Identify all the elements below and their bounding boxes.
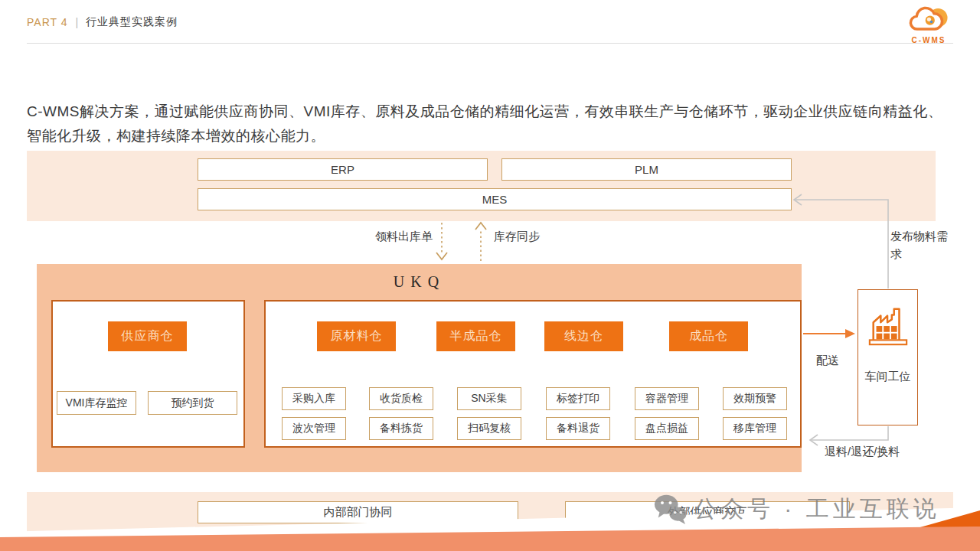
- workstation-label: 车间工位: [865, 370, 911, 384]
- module-wave-mgmt: 波次管理: [282, 417, 346, 440]
- flow-label-sync: 库存同步: [494, 230, 540, 244]
- wechat-icon: [652, 493, 688, 525]
- part-label: PART 4: [27, 16, 67, 28]
- slide-header: PART 4 | 行业典型实践案例: [27, 15, 178, 29]
- module-picking: 备料拣货: [369, 417, 433, 440]
- slide: PART 4 | 行业典型实践案例 C-WMS C-WMS解决方案，通过赋能供应…: [0, 0, 980, 551]
- warehouse-semi: 半成品仓: [436, 321, 515, 351]
- ukq-title: UKQ: [37, 273, 802, 291]
- page-title: 行业典型实践案例: [86, 15, 178, 29]
- module-material-return: 备料退货: [546, 417, 610, 440]
- mes-box: MES: [198, 188, 792, 210]
- header-rule: [27, 43, 953, 44]
- module-stocktake: 盘点损益: [635, 417, 699, 440]
- warehouse-lineside: 线边仓: [544, 321, 623, 351]
- module-sn-capture: SN采集: [457, 387, 521, 410]
- module-vmi-monitor: VMI库存监控: [57, 391, 136, 415]
- module-transfer-mgmt: 移库管理: [723, 417, 787, 440]
- flow-label-returns: 退料/退还/换料: [825, 445, 900, 459]
- logo-text: C-WMS: [902, 36, 956, 44]
- module-scan-check: 扫码复核: [457, 417, 521, 440]
- erp-box: ERP: [198, 158, 488, 181]
- intro-paragraph: C-WMS解决方案，通过赋能供应商协同、VMI库存、原料及成品仓储的精细化运营，…: [27, 99, 955, 149]
- module-expiry-alert: 效期预警: [723, 387, 787, 410]
- header-divider: |: [75, 16, 78, 28]
- watermark-text: 公众号 · 工业互联说: [694, 494, 940, 525]
- flow-label-delivery: 配送: [816, 354, 839, 368]
- cloud-logo-icon: [904, 2, 953, 34]
- warehouse-finished: 成品仓: [669, 321, 748, 351]
- flow-label-outbound: 领料出库单: [348, 230, 433, 244]
- warehouse-raw: 原材料仓: [317, 321, 396, 351]
- module-receiving-qc: 收货质检: [369, 387, 433, 410]
- watermark: 公众号 · 工业互联说: [652, 493, 940, 525]
- module-appointment: 预约到货: [148, 391, 237, 415]
- module-purchase-inbound: 采购入库: [282, 387, 346, 410]
- module-label-print: 标签打印: [546, 387, 610, 410]
- flow-label-publish: 发布物料需求: [890, 228, 949, 262]
- company-logo: C-WMS: [902, 2, 956, 44]
- factory-icon: [866, 305, 910, 348]
- warehouse-supplier: 供应商仓: [108, 321, 187, 351]
- plm-box: PLM: [501, 158, 792, 181]
- workstation-box: 车间工位: [858, 289, 918, 425]
- module-container-mgmt: 容器管理: [635, 387, 699, 410]
